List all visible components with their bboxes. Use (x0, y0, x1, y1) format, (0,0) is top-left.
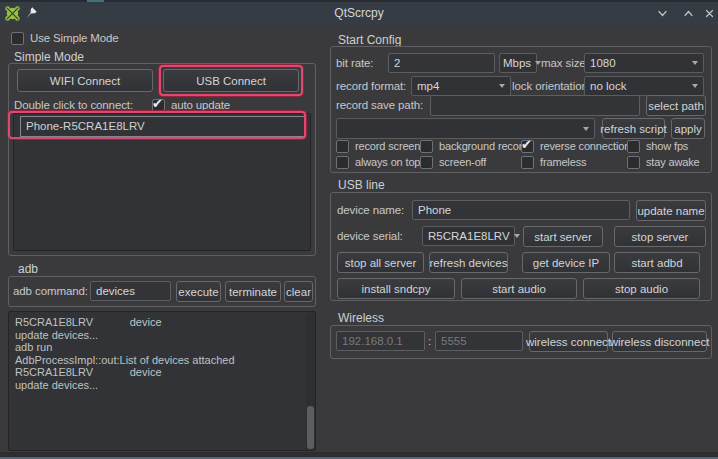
adb-output-line: AdbProcessImpl::out:List of devices atta… (15, 354, 315, 367)
checkbox-label: screen-off (439, 156, 486, 168)
device-name-input[interactable] (412, 200, 630, 220)
start-server-button[interactable]: start server (523, 226, 603, 247)
chevron-down-icon (692, 84, 698, 88)
wireless-connect-button[interactable]: wireless connect (529, 331, 608, 352)
adb-output-area[interactable]: R5CRA1E8LRV device update devices... adb… (8, 311, 316, 451)
usb-connect-button[interactable]: USB Connect (163, 69, 299, 92)
start-adbd-button[interactable]: start adbd (614, 252, 700, 273)
checkbox-box (11, 32, 24, 45)
checkbox-record-screen[interactable]: record screen (336, 139, 420, 153)
checkbox-box (521, 140, 534, 153)
checkbox-background-record[interactable]: background record (420, 139, 528, 153)
checkbox-always-on-top[interactable]: always on top (336, 155, 420, 169)
bit-rate-label: bit rate: (336, 53, 373, 73)
combo-value: Mbps (503, 57, 531, 69)
checkbox-label: always on top (355, 156, 420, 168)
combo-value: 1080 (590, 57, 616, 69)
record-save-path-input[interactable] (430, 95, 640, 116)
minimize-button[interactable] (656, 7, 669, 20)
checkbox-label: auto update (171, 99, 230, 111)
start-config-group-title: Start Config (338, 33, 401, 47)
apply-button[interactable]: apply (671, 118, 705, 139)
wireless-ip-input[interactable] (336, 331, 425, 351)
execute-button[interactable]: execute (176, 281, 221, 302)
adb-output-line: R5CRA1E8LRV device (15, 316, 315, 329)
adb-output-line: update devices... (15, 379, 315, 392)
clear-button[interactable]: clear (284, 281, 313, 302)
checkbox-label: frameless (540, 156, 586, 168)
title-bar: QtScrcpy (0, 0, 718, 26)
checkbox-frameless[interactable]: frameless (521, 155, 586, 169)
stop-server-button[interactable]: stop server (614, 226, 706, 247)
checkbox-label: stay awake (646, 156, 700, 168)
max-size-label: max size: (541, 53, 589, 73)
bit-rate-unit-combo[interactable]: Mbps (499, 53, 537, 73)
checkbox-box (521, 156, 534, 169)
window-title: QtScrcpy (0, 0, 718, 26)
close-button[interactable] (703, 7, 716, 20)
checkbox-stay-awake[interactable]: stay awake (627, 155, 700, 169)
chevron-down-icon (583, 127, 589, 131)
adb-output-line: update devices... (15, 329, 315, 342)
device-list-item[interactable]: Phone-R5CRA1E8LRV (20, 116, 306, 137)
checkbox-screen-off[interactable]: screen-off (420, 155, 486, 169)
chevron-down-icon (499, 84, 505, 88)
wireless-group-title: Wireless (338, 311, 384, 325)
adb-command-input[interactable] (90, 281, 171, 301)
bit-rate-input[interactable] (388, 53, 495, 73)
scrollbar-thumb[interactable] (307, 406, 314, 449)
checkbox-box (627, 156, 640, 169)
lock-orientation-combo[interactable]: no lock (584, 76, 704, 96)
lock-orientation-label: lock orientation: (512, 76, 591, 96)
qtscrcpy-window: QtScrcpy Use Simple Mode Simple Mode WIF… (0, 0, 718, 459)
maximize-button[interactable] (682, 7, 695, 20)
wireless-port-input[interactable] (435, 331, 523, 351)
adb-output-line: adb run (15, 341, 315, 354)
checkbox-box (336, 140, 349, 153)
combo-value: no lock (590, 80, 626, 92)
checkbox-show-fps[interactable]: show fps (627, 139, 688, 153)
record-format-combo[interactable]: mp4 (411, 76, 511, 96)
script-combo[interactable] (336, 118, 595, 139)
get-device-ip-button[interactable]: get device IP (522, 252, 610, 273)
record-save-path-label: record save path: (336, 95, 423, 115)
start-audio-button[interactable]: start audio (461, 278, 577, 299)
scrollbar-track[interactable] (306, 313, 315, 449)
refresh-devices-button[interactable]: refresh devices (429, 252, 508, 273)
device-name-label: device name: (337, 200, 404, 220)
ip-port-separator: : (428, 331, 431, 351)
record-format-label: record format: (336, 76, 406, 96)
usb-line-group-title: USB line (338, 178, 385, 192)
checkbox-box (420, 140, 433, 153)
device-serial-combo[interactable]: R5CRA1E8LRV (422, 226, 515, 246)
adb-command-label: adb command: (13, 281, 88, 301)
checkbox-label: reverse connection (540, 140, 630, 152)
combo-value: R5CRA1E8LRV (428, 230, 510, 242)
checkbox-box (152, 99, 165, 112)
checkbox-label: show fps (646, 140, 688, 152)
device-serial-label: device serial: (337, 226, 403, 246)
device-list[interactable]: Phone-R5CRA1E8LRV (13, 113, 311, 251)
checkbox-label: Use Simple Mode (30, 32, 119, 44)
double-click-label: Double click to connect: (14, 95, 133, 115)
checkbox-reverse-connection[interactable]: reverse connection (521, 139, 630, 153)
refresh-script-button[interactable]: refresh script (602, 118, 665, 139)
top-edge-artifact (87, 0, 104, 2)
checkbox-auto-update[interactable]: auto update (152, 98, 230, 112)
window-top-edge (0, 0, 718, 2)
update-name-button[interactable]: update name (636, 200, 706, 221)
install-sndcpy-button[interactable]: install sndcpy (337, 278, 455, 299)
stop-audio-button[interactable]: stop audio (583, 278, 700, 299)
max-size-combo[interactable]: 1080 (584, 53, 704, 73)
select-path-button[interactable]: select path (646, 95, 706, 116)
terminate-button[interactable]: terminate (225, 281, 281, 302)
adb-output-line: R5CRA1E8LRV device (15, 366, 315, 379)
checkbox-box (627, 140, 640, 153)
chevron-down-icon (514, 234, 520, 238)
chevron-down-icon (692, 61, 698, 65)
checkbox-use-simple-mode[interactable]: Use Simple Mode (11, 31, 119, 45)
stop-all-server-button[interactable]: stop all server (337, 252, 424, 273)
checkbox-label: record screen (355, 140, 420, 152)
wireless-disconnect-button[interactable]: wireless disconnect (612, 331, 707, 352)
wifi-connect-button[interactable]: WIFI Connect (17, 69, 153, 92)
